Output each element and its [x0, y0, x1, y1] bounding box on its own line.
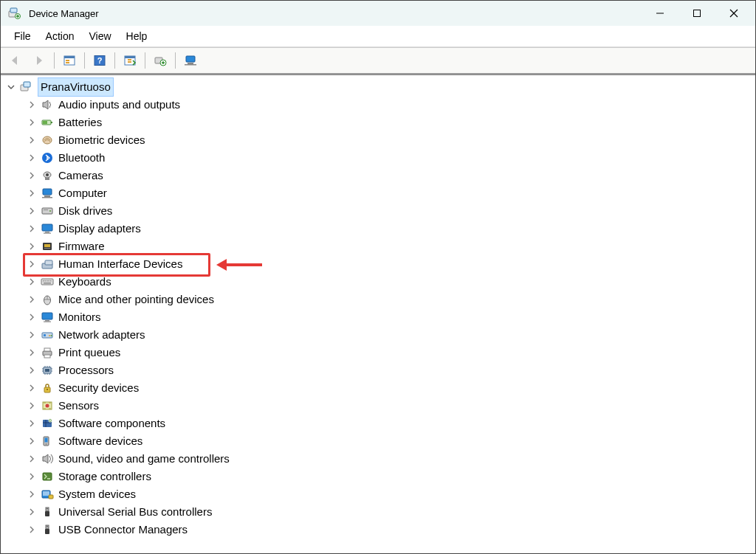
help-button[interactable]: ?	[89, 50, 110, 71]
close-button[interactable]	[715, 1, 752, 26]
tree-root[interactable]: PranaVirtuoso	[5, 78, 755, 96]
chevron-right-icon[interactable]	[26, 506, 38, 518]
svg-rect-78	[45, 529, 49, 534]
chevron-right-icon[interactable]	[26, 240, 38, 252]
chevron-right-icon[interactable]	[26, 418, 38, 429]
arrow-annotation	[216, 259, 262, 271]
chevron-right-icon[interactable]	[26, 311, 38, 323]
menu-view[interactable]: View	[81, 27, 118, 45]
category-sensors[interactable]: Sensors	[5, 397, 755, 415]
svg-point-69	[46, 443, 47, 445]
chevron-right-icon[interactable]	[26, 276, 38, 288]
svg-rect-79	[47, 526, 48, 527]
devices-by-connection-button[interactable]	[180, 50, 201, 71]
chevron-right-icon[interactable]	[26, 117, 38, 128]
category-security[interactable]: Security devices	[5, 379, 755, 397]
svg-rect-21	[43, 121, 47, 124]
svg-rect-20	[51, 122, 52, 123]
svg-rect-5	[64, 56, 75, 58]
svg-rect-6	[66, 60, 69, 61]
category-swcomp[interactable]: Software components	[5, 415, 755, 432]
minimize-button[interactable]	[642, 1, 678, 26]
menubar: File Action View Help	[1, 26, 755, 47]
chevron-right-icon[interactable]	[26, 223, 38, 235]
svg-rect-68	[45, 438, 48, 443]
svg-rect-76	[47, 508, 48, 509]
category-hid[interactable]: Human Interface Devices	[5, 255, 755, 273]
back-button[interactable]	[5, 50, 26, 71]
toolbar-separator	[54, 52, 55, 69]
category-computer[interactable]: Computer	[5, 184, 755, 202]
category-disk[interactable]: Disk drives	[5, 202, 755, 220]
device-tree[interactable]: PranaVirtuoso Audio inputs and outputsBa…	[1, 75, 755, 553]
svg-point-22	[43, 136, 52, 144]
category-print[interactable]: Print queues	[5, 344, 755, 361]
add-legacy-hardware-button[interactable]	[150, 50, 171, 71]
category-mice[interactable]: Mice and other pointing devices	[5, 291, 755, 308]
chevron-right-icon[interactable]	[26, 488, 38, 500]
category-label: Network adapters	[58, 326, 145, 343]
device-manager-window: Device Manager File Action View Help	[0, 0, 756, 554]
chevron-right-icon[interactable]	[26, 329, 38, 341]
category-network[interactable]: Network adapters	[5, 326, 755, 344]
swdev-icon	[41, 434, 54, 448]
keyboards-icon	[41, 275, 54, 288]
chevron-right-icon[interactable]	[26, 471, 38, 482]
toolbar: ?	[1, 47, 755, 75]
chevron-right-icon[interactable]	[26, 294, 38, 305]
chevron-right-icon[interactable]	[26, 364, 38, 376]
category-monitors[interactable]: Monitors	[5, 308, 755, 326]
category-swdev[interactable]: Software devices	[5, 432, 755, 450]
chevron-right-icon[interactable]	[26, 187, 38, 199]
disk-icon	[41, 204, 54, 218]
category-biometric[interactable]: Biometric devices	[5, 131, 755, 149]
svg-rect-18	[24, 82, 30, 87]
svg-point-25	[46, 173, 49, 176]
category-display[interactable]: Display adapters	[5, 220, 755, 238]
chevron-down-icon[interactable]	[5, 81, 17, 93]
chevron-right-icon[interactable]	[26, 435, 38, 447]
category-firmware[interactable]: Firmware	[5, 238, 755, 255]
category-storage[interactable]: Storage controllers	[5, 468, 755, 485]
category-usbconn[interactable]: USB Connector Managers	[5, 521, 755, 539]
menu-action[interactable]: Action	[38, 27, 82, 45]
scan-hardware-button[interactable]	[120, 50, 140, 71]
menu-file[interactable]: File	[7, 27, 38, 45]
category-cameras[interactable]: Cameras	[5, 167, 755, 184]
chevron-right-icon[interactable]	[26, 382, 38, 394]
category-system[interactable]: System devices	[5, 485, 755, 503]
chevron-right-icon[interactable]	[26, 170, 38, 181]
chevron-right-icon[interactable]	[26, 258, 38, 270]
chevron-right-icon[interactable]	[26, 524, 38, 536]
chevron-right-icon[interactable]	[26, 134, 38, 146]
chevron-right-icon[interactable]	[26, 99, 38, 111]
maximize-button[interactable]	[678, 1, 715, 26]
chevron-right-icon[interactable]	[26, 152, 38, 164]
sound-icon	[41, 452, 54, 465]
toolbar-separator	[175, 52, 176, 69]
svg-rect-77	[46, 525, 49, 529]
category-keyboards[interactable]: Keyboards	[5, 273, 755, 291]
category-audio[interactable]: Audio inputs and outputs	[5, 96, 755, 114]
audio-icon	[41, 98, 54, 111]
category-batteries[interactable]: Batteries	[5, 114, 755, 131]
chevron-right-icon[interactable]	[26, 205, 38, 217]
category-processors[interactable]: Processors	[5, 361, 755, 379]
svg-rect-16	[185, 64, 196, 66]
chevron-right-icon[interactable]	[26, 453, 38, 465]
menu-help[interactable]: Help	[119, 27, 155, 45]
svg-rect-44	[47, 280, 48, 282]
category-usb[interactable]: Universal Serial Bus controllers	[5, 503, 755, 521]
svg-rect-58	[44, 355, 50, 358]
category-label: Computer	[58, 184, 107, 201]
security-icon	[41, 381, 54, 395]
category-label: Storage controllers	[58, 468, 151, 485]
chevron-right-icon[interactable]	[26, 347, 38, 359]
category-label: USB Connector Managers	[58, 521, 188, 538]
category-label: Disk drives	[58, 202, 112, 219]
show-hide-tree-button[interactable]	[59, 50, 80, 71]
forward-button[interactable]	[29, 50, 49, 71]
category-sound[interactable]: Sound, video and game controllers	[5, 450, 755, 468]
chevron-right-icon[interactable]	[26, 400, 38, 412]
category-bluetooth[interactable]: Bluetooth	[5, 149, 755, 167]
